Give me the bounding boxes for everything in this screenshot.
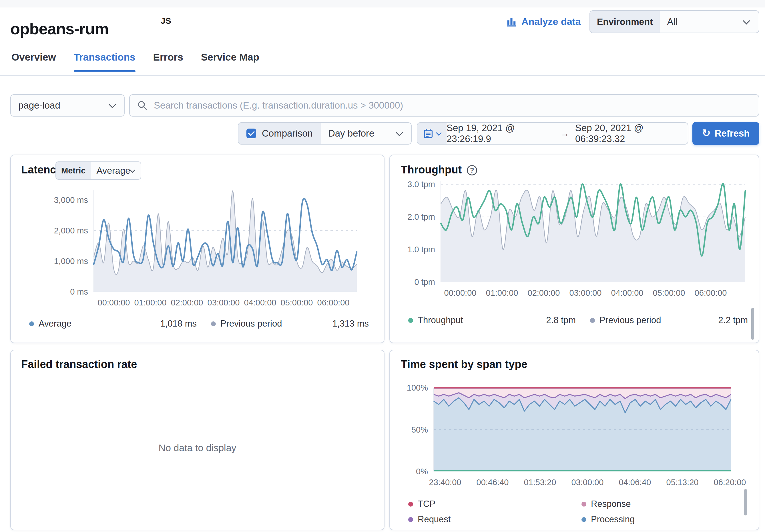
svg-text:2,000 ms: 2,000 ms <box>54 226 88 235</box>
tab-transactions[interactable]: Transactions <box>74 51 136 72</box>
chevron-down-icon <box>436 130 442 136</box>
refresh-button[interactable]: Refresh <box>692 122 759 145</box>
svg-text:1,000 ms: 1,000 ms <box>54 257 88 266</box>
legend-dot <box>408 517 413 522</box>
legend-item-request[interactable]: Request <box>408 514 450 525</box>
kibana-chrome-edge <box>0 0 765 7</box>
transaction-type-value: page-load <box>11 100 110 111</box>
throughput-panel: Throughput 0 tpm1.0 tpm2.0 tpm3.0 tpm00:… <box>389 154 759 343</box>
legend-item-processing[interactable]: Processing <box>581 514 635 525</box>
svg-text:0 ms: 0 ms <box>70 287 88 296</box>
legend-item-throughput[interactable]: Throughput <box>408 315 463 326</box>
legend-dot <box>581 502 586 507</box>
analyze-data-link[interactable]: Analyze data <box>506 16 581 27</box>
tab-errors[interactable]: Errors <box>153 51 183 72</box>
date-range-end[interactable]: Sep 20, 2021 @ 06:39:23.32 <box>575 123 688 144</box>
svg-text:04:00:00: 04:00:00 <box>611 288 643 297</box>
legend-item-previous-period[interactable]: Previous period <box>590 315 661 326</box>
span-types-title: Time spent by span type <box>401 358 527 371</box>
legend-dot <box>211 321 216 326</box>
throughput-chart[interactable]: 0 tpm1.0 tpm2.0 tpm3.0 tpm00:00:0001:00:… <box>398 176 754 306</box>
svg-text:03:00:00: 03:00:00 <box>571 478 604 487</box>
date-range-start[interactable]: Sep 19, 2021 @ 23:26:19.9 <box>446 123 554 144</box>
svg-text:06:20:00: 06:20:00 <box>714 478 746 487</box>
svg-text:00:46:40: 00:46:40 <box>476 478 509 487</box>
date-range-picker[interactable]: Sep 19, 2021 @ 23:26:19.9 → Sep 20, 2021… <box>417 122 688 144</box>
svg-text:1.0 tpm: 1.0 tpm <box>407 245 435 254</box>
page-title: opbeans-rum <box>10 19 109 38</box>
legend-dot <box>29 321 34 326</box>
tabs-divider <box>0 76 765 76</box>
service-tabs: Overview Transactions Errors Service Map <box>11 51 259 72</box>
svg-text:05:13:20: 05:13:20 <box>666 478 699 487</box>
svg-text:04:00:00: 04:00:00 <box>244 298 277 307</box>
svg-text:0%: 0% <box>416 467 428 476</box>
svg-text:06:00:00: 06:00:00 <box>317 298 350 307</box>
environment-select[interactable]: Environment All <box>589 10 759 33</box>
comparison-control: Comparison Day before <box>238 122 412 144</box>
search-input[interactable] <box>153 100 759 111</box>
agent-badge: JS <box>161 16 171 26</box>
chevron-down-icon <box>743 17 750 24</box>
metric-value: Average <box>91 165 130 176</box>
svg-text:03:00:00: 03:00:00 <box>569 288 602 297</box>
svg-text:04:06:40: 04:06:40 <box>619 478 651 487</box>
svg-text:01:53:20: 01:53:20 <box>524 478 556 487</box>
transaction-type-select[interactable]: page-load <box>10 94 125 117</box>
latency-chart[interactable]: 0 ms1,000 ms2,000 ms3,000 ms00:00:0001:0… <box>19 180 382 308</box>
legend-dot <box>581 517 586 522</box>
svg-text:01:00:00: 01:00:00 <box>486 288 518 297</box>
chevron-down-icon <box>395 129 403 136</box>
svg-text:01:00:00: 01:00:00 <box>134 298 167 307</box>
latency-panel: Latency Metric Average 0 ms1,000 ms2,000… <box>10 154 384 343</box>
span-types-panel: Time spent by span type 0%50%100%23:40:0… <box>389 350 759 530</box>
comparison-label: Comparison <box>262 128 313 139</box>
latency-metric-select[interactable]: Metric Average <box>55 161 141 180</box>
legend-value-previous-period: 2.2 tpm <box>664 315 748 326</box>
svg-text:23:40:00: 23:40:00 <box>429 478 461 487</box>
chevron-down-icon <box>109 101 116 108</box>
search-icon <box>137 100 148 111</box>
legend-item-average[interactable]: Average <box>29 319 71 329</box>
failed-transaction-rate-panel: Failed transaction rate No data to displ… <box>10 350 384 530</box>
calendar-icon <box>423 128 433 138</box>
refresh-icon <box>702 128 710 139</box>
legend-item-previous-period[interactable]: Previous period <box>211 319 282 329</box>
bar-chart-icon <box>506 16 517 27</box>
svg-text:00:00:00: 00:00:00 <box>444 288 476 297</box>
legend-scrollbar[interactable] <box>751 308 754 340</box>
legend-item-tcp[interactable]: TCP <box>408 499 435 509</box>
legend-value-average: 1,018 ms <box>114 319 197 329</box>
date-picker-quick-menu[interactable] <box>417 123 446 144</box>
svg-text:3.0 tpm: 3.0 tpm <box>407 180 435 189</box>
transaction-search <box>129 94 759 117</box>
throughput-title: Throughput <box>401 164 477 176</box>
svg-text:03:00:00: 03:00:00 <box>208 298 240 307</box>
svg-text:02:00:00: 02:00:00 <box>171 298 203 307</box>
svg-text:05:00:00: 05:00:00 <box>653 288 685 297</box>
svg-text:06:00:00: 06:00:00 <box>695 288 727 297</box>
span-types-chart[interactable]: 0%50%100%23:40:0000:46:4001:53:2003:00:0… <box>398 375 754 489</box>
legend-dot <box>408 318 413 323</box>
legend-item-response[interactable]: Response <box>581 499 631 509</box>
comparison-checkbox[interactable] <box>247 129 256 138</box>
svg-text:3,000 ms: 3,000 ms <box>54 195 88 204</box>
tab-service-map[interactable]: Service Map <box>201 51 259 72</box>
range-arrow-icon: → <box>560 128 569 139</box>
svg-text:02:00:00: 02:00:00 <box>528 288 560 297</box>
failed-rate-title: Failed transaction rate <box>21 358 137 371</box>
no-data-message: No data to display <box>11 442 384 453</box>
legend-dot <box>408 502 413 507</box>
metric-label: Metric <box>56 162 91 179</box>
svg-text:05:00:00: 05:00:00 <box>281 298 313 307</box>
svg-text:00:00:00: 00:00:00 <box>98 298 130 307</box>
tab-overview[interactable]: Overview <box>11 51 56 72</box>
help-icon[interactable] <box>467 165 477 175</box>
comparison-select[interactable]: Day before <box>321 128 397 139</box>
environment-label: Environment <box>590 11 660 33</box>
chevron-down-icon <box>130 167 136 173</box>
environment-value: All <box>660 16 744 27</box>
svg-text:2.0 tpm: 2.0 tpm <box>407 212 435 221</box>
legend-scrollbar[interactable] <box>744 489 747 515</box>
svg-text:0 tpm: 0 tpm <box>414 277 435 287</box>
